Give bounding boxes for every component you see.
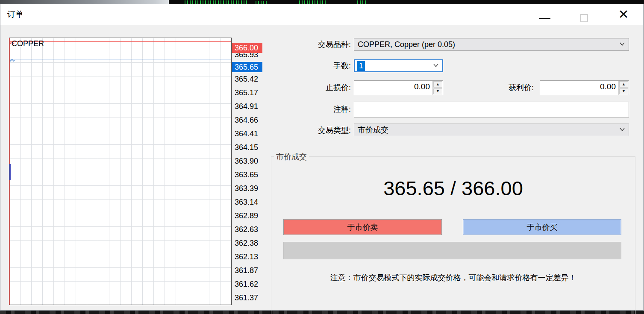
background-chart-ticks bbox=[185, 0, 249, 4]
price-scale-bid: 365.65 bbox=[232, 62, 262, 72]
symbol-select-value: COPPER, Copper (per 0.05) bbox=[358, 40, 455, 49]
maximize-button[interactable] bbox=[571, 4, 597, 25]
spin-up-icon[interactable]: ▲ bbox=[433, 81, 442, 88]
chevron-down-icon bbox=[433, 64, 438, 67]
volume-value: 1 bbox=[357, 61, 365, 71]
chevron-down-icon bbox=[620, 42, 625, 46]
background-app-top-strip bbox=[0, 0, 644, 4]
groupbox-title: 市价成交 bbox=[274, 152, 309, 162]
chart-left-edge-trace-segment bbox=[9, 164, 11, 180]
buy-at-market-button[interactable]: 于市价买 bbox=[463, 219, 621, 235]
close-button[interactable]: ✕ bbox=[611, 4, 636, 25]
price-scale-tick: 362.63 bbox=[232, 224, 262, 235]
order-type-value: 市价成交 bbox=[358, 125, 388, 135]
price-scale-tick: 364.66 bbox=[232, 115, 262, 125]
price-scale-tick: 362.38 bbox=[232, 238, 262, 248]
stop-loss-label: 止损价: bbox=[274, 82, 351, 94]
symbol-label: 交易品种: bbox=[274, 38, 351, 50]
price-scale-tick: 365.42 bbox=[232, 74, 262, 84]
minimize-icon bbox=[539, 18, 550, 19]
comment-label: 注释: bbox=[274, 103, 351, 115]
price-scale-tick: 363.39 bbox=[232, 183, 262, 194]
take-profit-value[interactable]: 0.00 bbox=[540, 81, 618, 95]
price-scale-tick: 362.89 bbox=[232, 211, 262, 221]
price-scale-ask: 366.00 bbox=[232, 43, 262, 53]
background-chart-ticks bbox=[256, 1, 267, 4]
dialog-title: 订单 bbox=[7, 4, 24, 25]
spin-down-icon[interactable]: ▼ bbox=[619, 88, 628, 95]
take-profit-spin-buttons: ▲ ▼ bbox=[618, 81, 629, 95]
comment-input[interactable] bbox=[354, 102, 629, 117]
price-scale-tick: 363.65 bbox=[232, 170, 262, 180]
chart-symbol-label: COPPER bbox=[12, 39, 44, 48]
volume-combobox[interactable]: 1 bbox=[354, 59, 443, 72]
price-scale-tick: 361.87 bbox=[232, 265, 262, 276]
price-scale-tick: 363.90 bbox=[232, 156, 262, 166]
order-dialog: 订单 ✕ COPPER 366.00365.93365.65365.42365.… bbox=[0, 4, 644, 311]
price-scale-tick: 364.41 bbox=[232, 129, 262, 139]
take-profit-spinner[interactable]: 0.00 ▲ ▼ bbox=[540, 80, 629, 95]
stop-loss-value[interactable]: 0.00 bbox=[354, 81, 432, 95]
price-scale-tick: 364.15 bbox=[232, 142, 262, 153]
minimize-button[interactable] bbox=[532, 4, 558, 25]
price-scale-tick: 361.37 bbox=[232, 293, 262, 303]
bid-price-line bbox=[9, 59, 231, 59]
price-scale-tick: 361.62 bbox=[232, 279, 262, 289]
maximize-icon bbox=[580, 14, 588, 22]
spin-down-icon[interactable]: ▼ bbox=[433, 88, 442, 95]
title-bar[interactable]: 订单 ✕ bbox=[0, 4, 643, 25]
price-chart[interactable]: COPPER bbox=[9, 38, 232, 305]
background-window-edge bbox=[0, 0, 169, 4]
background-chart-ticks bbox=[299, 0, 326, 4]
order-type-select[interactable]: 市价成交 bbox=[354, 123, 629, 136]
price-scale-tick: 365.17 bbox=[232, 88, 262, 98]
symbol-select[interactable]: COPPER, Copper (per 0.05) bbox=[354, 38, 629, 51]
order-type-label: 交易类型: bbox=[274, 124, 351, 136]
bid-tick-squiggle bbox=[10, 56, 17, 61]
volume-label: 手数: bbox=[274, 60, 351, 72]
order-dialog-screen: 订单 ✕ COPPER 366.00365.93365.65365.42365.… bbox=[0, 0, 644, 314]
stop-loss-spinner[interactable]: 0.00 ▲ ▼ bbox=[354, 80, 443, 95]
background-chart-ticks bbox=[357, 0, 368, 4]
price-scale: 366.00365.93365.65365.42365.17364.91364.… bbox=[232, 38, 263, 305]
chevron-down-icon bbox=[620, 128, 625, 132]
market-execution-notice: 注意：市价交易模式下的实际成交价格，可能会和请求价格有一定差异！ bbox=[271, 273, 635, 283]
take-profit-label: 获利价: bbox=[483, 82, 534, 94]
price-scale-tick: 364.91 bbox=[232, 101, 262, 112]
bid-ask-quote: 365.65 / 366.00 bbox=[271, 176, 635, 200]
execution-progress-bar bbox=[283, 242, 621, 259]
price-scale-tick: 362.13 bbox=[232, 252, 262, 262]
stop-loss-spin-buttons: ▲ ▼ bbox=[432, 81, 443, 95]
price-scale-tick: 363.14 bbox=[232, 197, 262, 207]
spin-up-icon[interactable]: ▲ bbox=[619, 81, 628, 88]
sell-at-market-button[interactable]: 于市价卖 bbox=[283, 219, 442, 235]
